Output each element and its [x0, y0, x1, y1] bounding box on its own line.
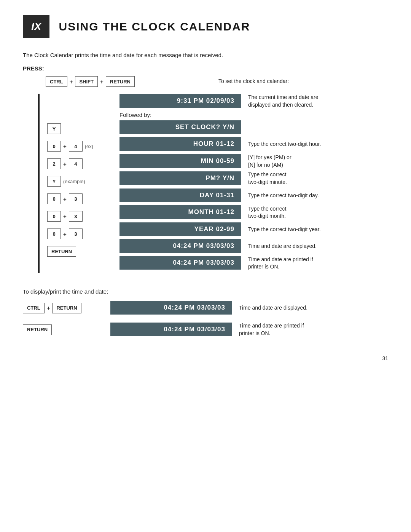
plus-sign-day: + — [63, 196, 67, 202]
three-key-month[interactable]: 3 — [69, 211, 83, 222]
plus-sign-1: + — [63, 143, 67, 150]
three-key-day[interactable]: 3 — [69, 193, 83, 204]
display-bar-2: SET CLOCK? Y/N — [119, 120, 241, 134]
chapter-title: USING THE CLOCK CALENDAR — [59, 20, 250, 33]
zero-key-year[interactable]: 0 — [47, 228, 61, 239]
bottom-keys-2: RETURN — [23, 324, 99, 335]
bottom-annotation-2: Time and date are printed ifprinter is O… — [239, 322, 388, 337]
to-set-label: To set the clock and calendar: — [218, 78, 388, 85]
four-key-1[interactable]: 4 — [69, 141, 83, 152]
annotation-3: Type the correct two-digit hour. — [248, 141, 388, 148]
return-key-bottom-2[interactable]: RETURN — [23, 324, 52, 335]
y-key-1[interactable]: Y — [47, 123, 61, 134]
plus-sign-2: + — [63, 161, 67, 167]
key-row-day: 0 + 3 — [47, 193, 83, 204]
three-key-year[interactable]: 3 — [69, 228, 83, 239]
zero-key-day[interactable]: 0 — [47, 193, 61, 204]
shift-key: SHIFT — [75, 76, 98, 87]
plus2: + — [100, 78, 104, 85]
display-bar-10: 04:24 PM 03/03/03 — [119, 256, 241, 270]
display-bar-container-8: YEAR 02-99 — [119, 222, 241, 237]
bottom-keys-1: CTRL + RETURN — [23, 303, 99, 313]
annotation-9: Time and date are displayed. — [248, 243, 388, 250]
display-row-5: PM? Y/N Type the correcttwo-digit minute… — [119, 171, 388, 186]
display-bar-container-9: 04:24 PM 03/03/03 — [119, 239, 241, 254]
chapter-header: IX USING THE CLOCK CALENDAR — [23, 15, 388, 38]
bottom-display-1: 04:24 PM 03/03/03 — [110, 301, 232, 315]
bottom-section: To display/print the time and date: CTRL… — [23, 288, 388, 337]
display-bar-container-10: 04:24 PM 03/03/03 — [119, 256, 241, 270]
example-label: (example) — [63, 179, 85, 184]
key-row-24: 2 + 4 — [47, 158, 83, 169]
left-keys-column: Y 0 + 4 (ex) 2 + 4 Y (example) 0 + 3 0 + — [47, 94, 108, 273]
display-bar-container-7: MONTH 01-12 — [119, 205, 241, 220]
display-row-6: DAY 01-31 Type the correct two-digit day… — [119, 189, 388, 203]
ctrl-key-bottom[interactable]: CTRL — [23, 303, 45, 313]
annotation-1: The current time and date aredisplayed a… — [248, 94, 388, 109]
display-bar-container-5: PM? Y/N — [119, 171, 241, 186]
display-bar-5: PM? Y/N — [119, 171, 241, 185]
key-row-year: 0 + 3 — [47, 228, 83, 239]
display-row-9: 04:24 PM 03/03/03 Time and date are disp… — [119, 239, 388, 254]
bottom-row-1: CTRL + RETURN 04:24 PM 03/03/03 Time and… — [23, 301, 388, 315]
press-section: PRESS: CTRL + SHIFT + RETURN To set the … — [23, 65, 388, 87]
key-row-04: 0 + 4 (ex) — [47, 141, 93, 152]
key-row-month: 0 + 3 — [47, 211, 83, 222]
display-bar-7: MONTH 01-12 — [119, 205, 241, 219]
section-body: Y 0 + 4 (ex) 2 + 4 Y (example) 0 + 3 0 + — [23, 94, 388, 273]
key-row-y1: Y — [47, 123, 61, 134]
annotation-7: Type the correcttwo-digit month. — [248, 205, 388, 220]
y-key-2[interactable]: Y — [47, 176, 61, 187]
vertical-bar — [38, 94, 40, 273]
display-bar-container-3: HOUR 01-12 — [119, 137, 241, 152]
display-bar-container-6: DAY 01-31 — [119, 189, 241, 203]
return-key-bottom-1[interactable]: RETURN — [52, 303, 81, 313]
annotation-5: Type the correcttwo-digit minute. — [248, 171, 388, 186]
display-row-3: HOUR 01-12 Type the correct two-digit ho… — [119, 137, 388, 152]
chapter-number: IX — [23, 15, 49, 38]
display-bar-container-2: SET CLOCK? Y/N — [119, 120, 241, 135]
plus-sign-month: + — [63, 213, 67, 220]
display-bar-3: HOUR 01-12 — [119, 137, 241, 151]
display-bar-container-1: 9:31 PM 02/09/03 — [119, 94, 241, 109]
four-key-2[interactable]: 4 — [69, 158, 83, 169]
bottom-display-2: 04:24 PM 03/03/03 — [110, 323, 232, 337]
two-key[interactable]: 2 — [47, 158, 61, 169]
key-row-return: RETURN — [47, 246, 76, 257]
display-row-8: YEAR 02-99 Type the correct two-digit ye… — [119, 222, 388, 237]
bottom-rows: CTRL + RETURN 04:24 PM 03/03/03 Time and… — [23, 301, 388, 337]
annotation-8: Type the correct two-digit year. — [248, 226, 388, 233]
key-row-y2: Y (example) — [47, 176, 85, 187]
zero-key-1[interactable]: 0 — [47, 141, 61, 152]
return-key: RETURN — [106, 76, 135, 87]
display-row-1: 9:31 PM 02/09/03 The current time and da… — [119, 94, 388, 109]
intro-text: The Clock Calendar prints the time and d… — [23, 52, 388, 58]
ex-label-1: (ex) — [85, 144, 93, 149]
display-bar-6: DAY 01-31 — [119, 189, 241, 202]
bottom-display-bar-1: 04:24 PM 03/03/03 — [110, 301, 232, 315]
annotation-10: Time and date are printed ifprinter is O… — [248, 256, 388, 271]
annotation-6: Type the correct two-digit day. — [248, 192, 388, 200]
bottom-annotation-1: Time and date are displayed. — [239, 304, 388, 312]
followed-by-text: Followed by: — [119, 112, 388, 118]
page-number: 31 — [23, 355, 388, 361]
plus-sign-year: + — [63, 231, 67, 237]
zero-key-month[interactable]: 0 — [47, 211, 61, 222]
bottom-label: To display/print the time and date: — [23, 288, 388, 295]
plus-bottom-1: + — [47, 305, 50, 311]
display-bar-4: MIN 00-59 — [119, 154, 241, 168]
display-row-7: MONTH 01-12 Type the correcttwo-digit mo… — [119, 205, 388, 220]
display-bar-8: YEAR 02-99 — [119, 222, 241, 236]
return-key-main[interactable]: RETURN — [47, 246, 76, 257]
plus1: + — [70, 78, 73, 85]
display-row-2: SET CLOCK? Y/N — [119, 120, 388, 135]
press-key-row: CTRL + SHIFT + RETURN To set the clock a… — [46, 76, 388, 87]
press-label: PRESS: — [23, 65, 388, 72]
bottom-row-2: RETURN 04:24 PM 03/03/03 Time and date a… — [23, 322, 388, 337]
display-bar-9: 04:24 PM 03/03/03 — [119, 239, 241, 253]
annotation-4: [Y] for yes (PM) or[N] for no (AM) — [248, 154, 388, 169]
display-row-10: 04:24 PM 03/03/03 Time and date are prin… — [119, 256, 388, 271]
display-bar-1: 9:31 PM 02/09/03 — [119, 94, 241, 108]
display-row-4: MIN 00-59 [Y] for yes (PM) or[N] for no … — [119, 154, 388, 169]
ctrl-key: CTRL — [46, 76, 67, 87]
